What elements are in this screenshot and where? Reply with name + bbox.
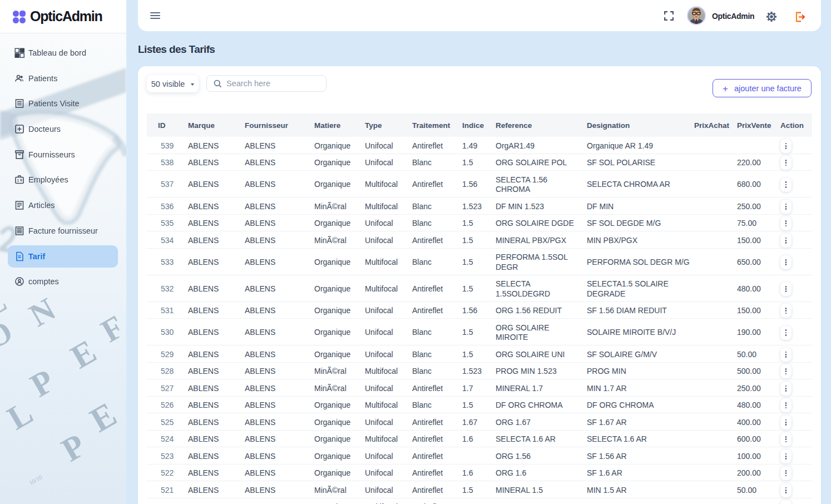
svg-text:E: E — [84, 395, 123, 439]
svg-text:N: N — [23, 290, 62, 333]
svg-text:L: L — [1, 394, 39, 437]
svg-text:10/10: 10/10 — [28, 473, 43, 486]
svg-text:P: P — [24, 362, 61, 404]
svg-text:F: F — [95, 308, 126, 349]
svg-text:P: P — [56, 427, 92, 468]
svg-text:E: E — [65, 333, 102, 375]
svg-text:O: O — [0, 314, 18, 355]
